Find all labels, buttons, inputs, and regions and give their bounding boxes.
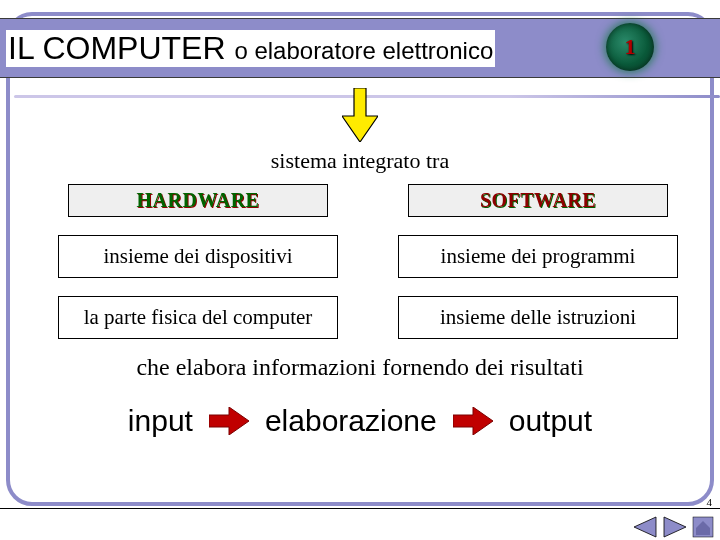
right-arrow-icon [209,407,249,435]
process-line: che elabora informazioni fornendo dei ri… [10,354,710,381]
prev-button[interactable] [632,516,658,538]
lead-in-text: sistema integrato tra [10,148,710,174]
footer-bar [0,508,720,540]
flow-output: output [509,404,592,438]
hw-row1: insieme dei dispositivi [58,235,338,278]
column-hardware: HARDWARE insieme dei dispositivi la part… [58,184,338,339]
page-number: 4 [707,496,713,508]
triangle-left-icon [632,516,658,538]
page-title: IL COMPUTER o elaboratore elettronico [6,30,495,67]
heading-hardware: HARDWARE [68,184,328,217]
hw-row2: la parte fisica del computer [58,296,338,339]
flow-row: input elaborazione output [10,404,710,438]
heading-software: SOFTWARE [408,184,668,217]
title-main: IL COMPUTER [8,30,234,66]
badge-number: 1 [625,34,636,60]
column-software: SOFTWARE insieme dei programmi insieme d… [398,184,678,339]
right-arrow-icon [453,407,493,435]
slide-body: sistema integrato tra HARDWARE insieme d… [10,88,710,502]
triangle-right-icon [662,516,688,538]
columns: HARDWARE insieme dei dispositivi la part… [58,184,668,339]
flow-elaborazione: elaborazione [265,404,437,438]
down-arrow-icon [342,88,378,142]
slide-number-badge: 1 [606,23,654,71]
nav-controls [632,516,714,538]
title-sub: o elaboratore elettronico [234,37,493,64]
home-icon [692,516,714,538]
sw-row2: insieme delle istruzioni [398,296,678,339]
flow-input: input [128,404,193,438]
home-button[interactable] [692,516,714,538]
sw-row1: insieme dei programmi [398,235,678,278]
next-button[interactable] [662,516,688,538]
